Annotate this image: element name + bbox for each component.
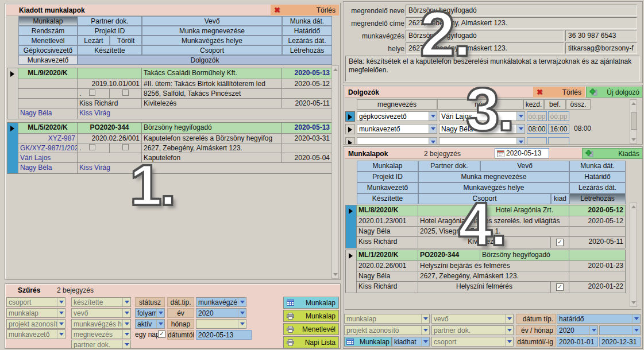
col-header-hatarido[interactable]: Határidő bbox=[282, 26, 332, 36]
cell-projekt-id[interactable]: 2020.02.26/001 bbox=[78, 134, 142, 143]
kezd-field[interactable] bbox=[527, 137, 547, 145]
cell-rendszam[interactable] bbox=[18, 79, 78, 89]
row-selector-selected[interactable] bbox=[345, 111, 355, 122]
ev-dropdown[interactable]: 2020 bbox=[196, 308, 246, 318]
telefon-field[interactable]: 36 30 987 6543 bbox=[565, 30, 637, 41]
col-header-munkalap[interactable]: Munkalap bbox=[18, 16, 78, 26]
cell-kiad[interactable] bbox=[551, 282, 569, 293]
kezd-field[interactable]: óó:pp bbox=[527, 111, 547, 121]
cell-munkavezeto[interactable]: Nagy Béla bbox=[357, 227, 418, 237]
col-header-lezaras-dat[interactable]: Lezárás dát. bbox=[569, 182, 626, 193]
col-header-rendszam[interactable]: Rendszám bbox=[18, 26, 78, 36]
cell-munkalap-id[interactable]: ML/8/2020/K bbox=[357, 205, 418, 216]
cell-letrehozas[interactable]: 2020-05-04 bbox=[282, 153, 332, 163]
col-header-lezart[interactable]: Lezárt bbox=[78, 36, 110, 45]
honap-dropdown[interactable] bbox=[599, 325, 641, 335]
cell-menetlevel[interactable] bbox=[18, 89, 78, 99]
cell-munka-dat[interactable] bbox=[569, 250, 626, 261]
menetlevel-print-button[interactable]: Menetlevél bbox=[283, 323, 339, 335]
cell-keszitette[interactable]: Kiss Richárd bbox=[78, 99, 142, 108]
col-header-projekt-id[interactable]: Projekt ID bbox=[357, 172, 418, 182]
filter4-partner-dok-dropdown[interactable]: partner dok. bbox=[431, 325, 514, 335]
cell-munka-megnevezese[interactable]: Kaputelefon szerelés a Börzsöny hegyifog bbox=[142, 134, 282, 143]
cell-lezart[interactable]: . bbox=[78, 89, 110, 99]
cell-vevo[interactable]: Börzsöny hegyifogadó bbox=[142, 123, 282, 134]
cell-munka-dat[interactable]: 2020-05-12 bbox=[569, 205, 626, 216]
scroll-up-icon[interactable] bbox=[630, 203, 637, 211]
cell-munkalap-id[interactable]: ML/9/2020/K bbox=[18, 68, 78, 79]
row-selector[interactable] bbox=[345, 124, 355, 134]
cell-csoport[interactable]: Helyszíni felmérés bbox=[418, 282, 551, 293]
filter-munkavegzes-helye-dropdown[interactable]: munkavégzés he bbox=[71, 319, 131, 329]
col-header-partner-dok[interactable]: Partner dok. bbox=[418, 161, 480, 172]
cell-lezaras-dat[interactable] bbox=[569, 227, 626, 237]
aktiv-dropdown[interactable]: aktív bbox=[135, 319, 165, 329]
delete-button[interactable]: ✖ Törlés bbox=[271, 5, 339, 15]
filter-projekt-azonosito-dropdown[interactable]: projekt azonosító bbox=[6, 319, 65, 329]
cell-munkavegzes-helye[interactable]: 8256, Salföld, Takács Pincészet bbox=[142, 89, 282, 99]
row-selector-selected[interactable] bbox=[345, 205, 357, 248]
cell-munkavezeto[interactable]: Nagy Béla bbox=[18, 108, 78, 119]
cell-lezaras-dat[interactable] bbox=[569, 271, 626, 282]
row-selector-selected[interactable] bbox=[7, 123, 18, 174]
col-header-dolgozok[interactable]: Dolgozók bbox=[78, 55, 332, 65]
filter-megnevezes-dropdown[interactable]: megnevezés bbox=[71, 329, 131, 339]
col-header-munkalap[interactable]: Munkalap bbox=[357, 161, 418, 172]
col-header-keszitette[interactable]: Készítette bbox=[78, 45, 142, 55]
cell-partner-dok[interactable]: PO2020-344 bbox=[78, 123, 142, 134]
cell-munka-megnevezese[interactable]: #II. ütem: Takács Birtok kiállítóterem l… bbox=[142, 79, 282, 89]
cell-munkalap-id[interactable]: ML/5/2020/K bbox=[18, 123, 78, 134]
dolgozok-delete-button[interactable]: ✖ Törlés bbox=[533, 87, 585, 98]
col-header-gepkocsivezeto[interactable]: Gépkocsivezető bbox=[18, 45, 78, 55]
dat-tip-dropdown[interactable]: munkavégzé bbox=[196, 297, 246, 307]
col-header-torolt[interactable]: Törölt bbox=[110, 36, 142, 45]
cell-projekt-id[interactable]: 2020.02.26/001 bbox=[357, 261, 418, 271]
cell-dolgozok[interactable]: Kiss Virág bbox=[78, 163, 332, 174]
cell-menetlevel[interactable]: GK/XYZ-987/1/202 bbox=[18, 143, 78, 153]
cell-letrehozas[interactable]: 2020-05-11 bbox=[569, 237, 626, 248]
honap-dropdown[interactable] bbox=[196, 319, 246, 329]
uj-dolgozo-button[interactable]: Új dolgozó bbox=[586, 87, 643, 98]
grid1-scrollbar[interactable] bbox=[331, 65, 339, 279]
filter-munkalap-dropdown[interactable]: munkalap bbox=[6, 308, 65, 318]
cell-munka-megnevezese[interactable]: Helyszíni bejárás és felmérés bbox=[418, 261, 569, 271]
munkalap-grid-button[interactable]: Munkalap bbox=[344, 337, 392, 347]
col-header-letrehozas[interactable]: Létrehozás bbox=[569, 193, 626, 204]
row-selector[interactable] bbox=[7, 68, 18, 119]
cell-munka-dat[interactable]: 2020-05-13 bbox=[282, 123, 332, 134]
bef-field[interactable]: 16:00 bbox=[548, 124, 569, 134]
cell-gepkocsivezeto[interactable]: Vári Lajos bbox=[18, 153, 78, 163]
bef-field[interactable]: óó:pp bbox=[548, 111, 569, 121]
col-header-lezaras-dat[interactable]: Lezárás dát. bbox=[282, 36, 332, 45]
datumtol-field[interactable]: 2020-01-01 bbox=[557, 337, 598, 347]
cell-keszitette[interactable]: Kiss Richárd bbox=[357, 282, 418, 293]
datumig-field[interactable]: 2020-12-31 bbox=[599, 337, 641, 347]
cell-partner-dok[interactable] bbox=[78, 68, 142, 79]
scroll-up-icon[interactable] bbox=[332, 66, 338, 73]
cell-torolt[interactable] bbox=[110, 89, 142, 99]
cell-munkavegzes-helye[interactable]: 2627, Zebegény, Almáskert 123. bbox=[418, 271, 569, 282]
cell-munkavegzes-helye[interactable]: 2627, Zebegény, Almáskert 123. bbox=[142, 143, 282, 153]
scroll-thumb[interactable] bbox=[631, 112, 637, 130]
col-header-vevo[interactable]: Vevő bbox=[142, 16, 282, 26]
filter4-csoport-dropdown[interactable]: csoport bbox=[431, 337, 514, 347]
cell-projekt-id[interactable]: 2020.01.23/001 bbox=[357, 216, 418, 227]
cell-torolt[interactable] bbox=[110, 143, 142, 153]
col-header-partner-dok[interactable]: Partner dok. bbox=[78, 16, 142, 26]
cell-lezaras-dat[interactable] bbox=[282, 89, 332, 99]
col-header-munka-megnevezese[interactable]: Munka megnevezése bbox=[142, 26, 282, 36]
cell-keszitette[interactable]: Kiss Richárd bbox=[357, 237, 418, 248]
scroll-down-icon[interactable] bbox=[332, 271, 338, 278]
kezd-field[interactable]: 08:00 bbox=[527, 124, 547, 134]
cell-hatarido[interactable]: 2020-05-12 bbox=[569, 216, 626, 227]
grid4-scrollbar[interactable] bbox=[630, 203, 637, 307]
col-header-munkavegzes-helye[interactable]: Munkavégzés helye bbox=[142, 36, 282, 45]
kiad-checkbox[interactable] bbox=[556, 283, 564, 291]
dolgozok-scrollbar[interactable] bbox=[630, 99, 637, 144]
col-header-ossz[interactable]: össz. bbox=[566, 99, 591, 110]
cell-projekt-id[interactable]: 2019.10.01/001 bbox=[78, 79, 142, 89]
cell-csoport[interactable]: Kivitelezés bbox=[142, 99, 282, 108]
filter4-projekt-dropdown[interactable]: projekt azonosító bbox=[344, 325, 430, 335]
col-header-megnevezes[interactable]: megnevezés bbox=[357, 99, 437, 110]
munkalap-grid-button[interactable]: Munkalap bbox=[283, 297, 339, 309]
